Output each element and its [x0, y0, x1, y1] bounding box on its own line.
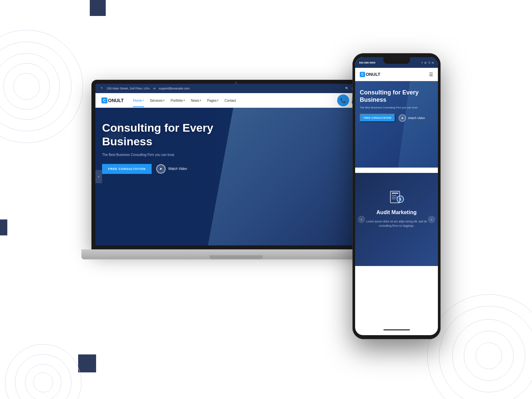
sp-white-gap — [355, 168, 438, 173]
logo-text: ONULT — [108, 98, 124, 103]
sp-hero-buttons: FREE CONSULTATION ▶ Watch Video — [360, 114, 433, 122]
nav-pages-arrow: ▾ — [217, 99, 218, 102]
laptop-screen: 📍 250 Main Street, 2nd Floor, USA ✉ supp… — [95, 84, 377, 245]
nav-item-pages[interactable]: Pages ▾ — [207, 99, 218, 102]
laptop-hero: ‹ Consulting for Every Business The Best… — [95, 108, 377, 245]
nav-news-label: News — [191, 99, 199, 102]
nav-services-label: Services — [150, 99, 163, 102]
hero-buttons: FREE CONSULTATION ▶ Watch Video — [102, 164, 262, 174]
laptop-address: 250 Main Street, 2nd Floor, USA — [107, 87, 150, 90]
devices-wrapper: 📍 250 Main Street, 2nd Floor, USA ✉ supp… — [91, 53, 441, 346]
sp-service-section: $ Audit Marketing Lorem ipsum dolor sit … — [355, 173, 438, 266]
smartphone-outer: 666 888 0000 f ◎ 𝕏 in C ONULT — [352, 53, 441, 339]
nav-item-contact[interactable]: Contact — [224, 99, 236, 102]
slider-arrow-left[interactable]: ‹ — [95, 170, 102, 183]
sp-logo: C ONULT — [360, 72, 380, 77]
nav-news-arrow: ▾ — [200, 99, 201, 102]
laptop-body: 📍 250 Main Street, 2nd Floor, USA ✉ supp… — [91, 80, 381, 259]
nav-item-news[interactable]: News ▾ — [191, 99, 201, 102]
smartphone-notch — [383, 57, 410, 64]
sp-twitter-icon: 𝕏 — [428, 61, 430, 64]
smartphone-device: 666 888 0000 f ◎ 𝕏 in C ONULT — [352, 53, 441, 339]
pin-icon: 📍 — [100, 87, 103, 90]
sp-hero-content: Consulting for Every Business The Best B… — [360, 89, 433, 122]
laptop-navbar: C ONULT Home ▾ Services ▾ — [95, 93, 377, 108]
sp-hero-subtitle: The Best Business Consulting Firm you ca… — [360, 106, 433, 109]
nav-services-arrow: ▾ — [163, 99, 165, 102]
sp-service-icon: $ — [387, 186, 407, 206]
consultation-button[interactable]: FREE CONSULTATION — [102, 164, 152, 174]
nav-home-arrow: ▾ — [143, 99, 144, 102]
play-icon: ▶ — [156, 164, 166, 174]
nav-contact-label: Contact — [224, 99, 236, 102]
sp-instagram-icon: ◎ — [424, 61, 427, 64]
sp-home-indicator — [383, 329, 410, 331]
sp-carousel-next-button[interactable]: › — [428, 216, 435, 223]
sp-hero: Consulting for Every Business The Best B… — [355, 81, 438, 168]
svg-rect-2 — [392, 195, 396, 196]
sp-facebook-icon: f — [422, 61, 423, 64]
hero-content: Consulting for Every Business The Best B… — [102, 121, 262, 174]
nav-home-label: Home — [133, 99, 142, 102]
sp-navbar: C ONULT ☰ — [355, 68, 438, 81]
laptop-topbar-left: 📍 250 Main Street, 2nd Floor, USA ✉ supp… — [100, 87, 190, 90]
logo-c-letter: C — [101, 97, 107, 103]
sp-carousel-prev-button[interactable]: ‹ — [358, 216, 365, 223]
nav-portfolio-arrow: ▾ — [184, 99, 185, 102]
sp-service-text: Lorem ipsum dolor sit am adipi sicing el… — [360, 219, 433, 228]
laptop-screen-outer: 📍 250 Main Street, 2nd Floor, USA ✉ supp… — [91, 80, 381, 249]
svg-text:$: $ — [399, 198, 401, 201]
smartphone-screen: 666 888 0000 f ◎ 𝕏 in C ONULT — [355, 57, 438, 335]
sp-watch-video-button[interactable]: ▶ Watch Video — [399, 114, 425, 122]
nav-item-portfolio[interactable]: Portfolio ▾ — [171, 99, 185, 102]
sp-watch-video-label: Watch Video — [408, 116, 425, 120]
sp-linkedin-icon: in — [432, 61, 434, 64]
sp-status-right: f ◎ 𝕏 in — [422, 61, 434, 64]
laptop-logo: C ONULT — [101, 97, 124, 103]
svg-rect-4 — [392, 199, 396, 199]
main-container: 📍 250 Main Street, 2nd Floor, USA ✉ supp… — [0, 0, 532, 399]
nav-pages-label: Pages — [207, 99, 216, 102]
laptop-topbar: 📍 250 Main Street, 2nd Floor, USA ✉ supp… — [95, 84, 377, 93]
sp-play-icon: ▶ — [399, 114, 406, 122]
search-icon[interactable]: 🔍 — [345, 87, 349, 90]
laptop-device: 📍 250 Main Street, 2nd Floor, USA ✉ supp… — [91, 80, 381, 273]
sp-phone-number: 666 888 0000 — [359, 61, 375, 64]
svg-rect-1 — [392, 193, 398, 194]
svg-rect-3 — [392, 197, 398, 198]
email-icon: ✉ — [153, 87, 156, 90]
sp-service-title: Audit Marketing — [355, 209, 438, 215]
hero-title: Consulting for Every Business — [102, 121, 262, 148]
nav-item-services[interactable]: Services ▾ — [150, 99, 165, 102]
sp-consultation-button[interactable]: FREE CONSULTATION — [360, 114, 395, 122]
watch-video-button[interactable]: ▶ Watch Video — [156, 164, 187, 174]
sp-logo-text: ONULT — [366, 72, 380, 77]
nav-item-home[interactable]: Home ▾ — [133, 99, 144, 102]
nav-portfolio-label: Portfolio — [171, 99, 183, 102]
watch-video-label: Watch Video — [168, 167, 187, 171]
call-icon-circle: 📞 — [337, 94, 349, 106]
laptop-email: support@example.com — [159, 87, 190, 90]
sp-logo-c-letter: C — [360, 72, 365, 77]
hero-subtitle: The Best Business Consulting Firm you ca… — [102, 153, 262, 157]
sp-hero-title: Consulting for Every Business — [360, 89, 433, 103]
laptop-base — [81, 249, 391, 259]
hamburger-menu-icon[interactable]: ☰ — [429, 72, 433, 77]
